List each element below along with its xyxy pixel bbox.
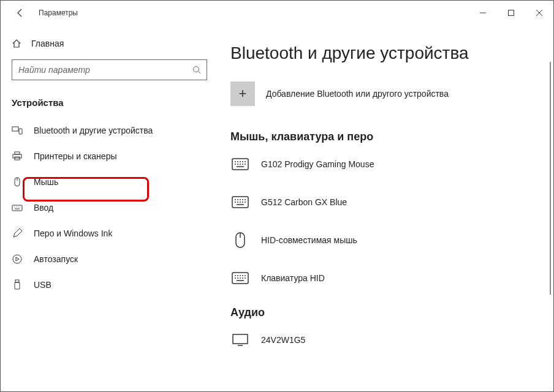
sidebar-item-label: Мышь <box>34 177 58 187</box>
section-title-audio: Аудио <box>230 306 541 319</box>
sidebar-item-usb[interactable]: USB <box>1 272 218 298</box>
autoplay-icon <box>12 254 23 265</box>
svg-rect-20 <box>15 280 19 282</box>
pen-icon <box>12 228 23 239</box>
svg-rect-60 <box>233 334 248 344</box>
sidebar-item-label: Принтеры и сканеры <box>34 151 116 161</box>
device-name: G512 Carbon GX Blue <box>261 197 347 207</box>
add-device-button[interactable]: + Добавление Bluetooth или другого устро… <box>230 81 541 106</box>
svg-rect-6 <box>12 127 18 131</box>
keyboard-icon <box>12 202 23 213</box>
devices-icon <box>12 125 23 136</box>
svg-rect-13 <box>12 205 22 211</box>
sidebar-item-label: Перо и Windows Ink <box>34 228 112 238</box>
maximize-button[interactable] <box>497 1 525 25</box>
device-row[interactable]: HID-совместимая мышь <box>230 230 541 250</box>
monitor-icon <box>230 330 250 350</box>
device-row[interactable]: Клавиатура HID <box>230 268 541 288</box>
minimize-button[interactable] <box>469 1 497 25</box>
sidebar-item-pen[interactable]: Перо и Windows Ink <box>1 221 218 246</box>
svg-rect-21 <box>15 282 20 289</box>
home-icon <box>12 39 21 48</box>
svg-rect-9 <box>13 154 21 158</box>
page-title: Bluetooth и другие устройства <box>230 43 541 63</box>
titlebar: Параметры <box>1 1 553 25</box>
sidebar-item-bluetooth[interactable]: Bluetooth и другие устройства <box>1 118 218 143</box>
keyboard-icon <box>230 154 250 174</box>
sidebar-item-label: Автозапуск <box>34 254 78 264</box>
keyboard-icon <box>230 192 250 212</box>
device-name: Клавиатура HID <box>261 273 325 283</box>
usb-icon <box>12 279 23 290</box>
sidebar-item-mouse[interactable]: Мышь <box>1 169 218 195</box>
search-box <box>12 59 207 80</box>
sidebar-item-label: Ввод <box>34 203 53 213</box>
device-row[interactable]: G102 Prodigy Gaming Mouse <box>230 154 541 174</box>
svg-rect-7 <box>19 129 22 134</box>
add-device-label: Добавление Bluetooth или другого устройс… <box>266 89 449 99</box>
sidebar-item-autoplay[interactable]: Автозапуск <box>1 246 218 272</box>
plus-icon: + <box>230 81 255 106</box>
search-icon <box>192 66 201 74</box>
svg-rect-1 <box>509 10 514 16</box>
sidebar-item-label: USB <box>34 280 51 290</box>
close-button[interactable] <box>525 1 553 25</box>
sidebar: Главная Устройства Bluetooth и другие ус… <box>1 25 218 391</box>
device-row[interactable]: G512 Carbon GX Blue <box>230 192 541 212</box>
device-name: HID-совместимая мышь <box>261 235 357 245</box>
sidebar-item-typing[interactable]: Ввод <box>1 195 218 221</box>
printer-icon <box>12 151 23 162</box>
content-area: Bluetooth и другие устройства + Добавлен… <box>218 25 553 391</box>
sidebar-item-printers[interactable]: Принтеры и сканеры <box>1 143 218 169</box>
scrollbar[interactable] <box>550 62 551 295</box>
svg-line-5 <box>199 72 201 74</box>
search-input[interactable] <box>12 59 207 80</box>
device-row[interactable]: 24V2W1G5 <box>230 330 541 350</box>
section-title-peripherals: Мышь, клавиатура и перо <box>230 130 541 143</box>
device-name: 24V2W1G5 <box>261 335 305 345</box>
window-controls <box>469 1 553 25</box>
sidebar-section-header: Устройства <box>1 91 218 118</box>
back-button[interactable] <box>8 1 32 25</box>
mouse-icon <box>12 176 23 187</box>
device-name: G102 Prodigy Gaming Mouse <box>261 159 374 169</box>
svg-point-4 <box>194 67 199 72</box>
svg-rect-8 <box>15 152 20 154</box>
keyboard-icon <box>230 268 250 288</box>
sidebar-item-label: Bluetooth и другие устройства <box>34 126 153 135</box>
mouse-icon <box>230 230 250 250</box>
svg-point-19 <box>13 255 21 263</box>
window-title: Параметры <box>39 9 78 17</box>
sidebar-home-label: Главная <box>31 39 64 48</box>
sidebar-home[interactable]: Главная <box>1 32 218 55</box>
